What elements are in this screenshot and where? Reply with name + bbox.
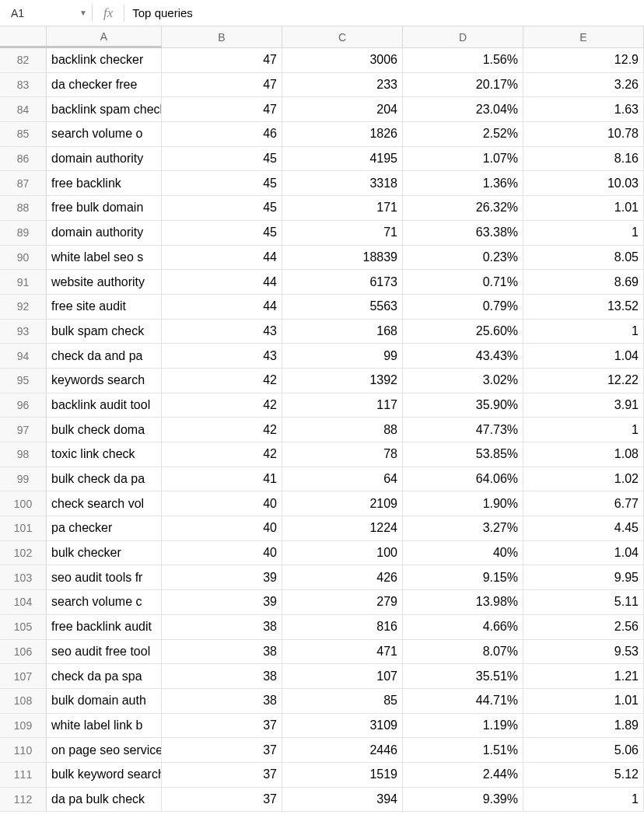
cell[interactable]: 6.77 bbox=[523, 491, 644, 516]
row-header[interactable]: 111 bbox=[0, 763, 47, 788]
cell[interactable]: 45 bbox=[162, 147, 282, 172]
cell[interactable]: check da and pa bbox=[47, 344, 162, 369]
cell[interactable]: 42 bbox=[162, 442, 282, 467]
cell[interactable]: 3.27% bbox=[403, 516, 523, 541]
row-header[interactable]: 103 bbox=[0, 565, 47, 590]
cell[interactable]: 26.32% bbox=[403, 196, 523, 221]
cell[interactable]: free backlink audit bbox=[47, 615, 162, 640]
formula-input[interactable]: Top queries bbox=[124, 6, 193, 19]
cell[interactable]: 1.08 bbox=[523, 442, 644, 467]
cell[interactable]: 1.04 bbox=[523, 344, 644, 369]
cell[interactable]: 3.26 bbox=[523, 73, 644, 98]
cell[interactable]: 9.39% bbox=[403, 788, 523, 813]
row-header[interactable]: 101 bbox=[0, 516, 47, 541]
cell[interactable]: 44 bbox=[162, 270, 282, 295]
cell[interactable]: on page seo service bbox=[47, 738, 162, 763]
cell[interactable]: 0.71% bbox=[403, 270, 523, 295]
column-header-B[interactable]: B bbox=[162, 26, 282, 48]
row-header[interactable]: 98 bbox=[0, 442, 47, 467]
cell[interactable]: bulk spam check bbox=[47, 320, 162, 344]
row-header[interactable]: 110 bbox=[0, 738, 47, 763]
cell[interactable]: 171 bbox=[282, 196, 403, 221]
cell[interactable]: bulk domain auth bbox=[47, 689, 162, 714]
cell[interactable]: 12.22 bbox=[523, 369, 644, 393]
cell[interactable]: bulk check doma bbox=[47, 418, 162, 442]
cell[interactable]: white label seo s bbox=[47, 246, 162, 271]
cell[interactable]: 1.51% bbox=[403, 738, 523, 763]
row-header[interactable]: 84 bbox=[0, 97, 47, 122]
cell[interactable]: 35.90% bbox=[403, 393, 523, 418]
cell[interactable]: 85 bbox=[282, 689, 403, 714]
row-header[interactable]: 90 bbox=[0, 246, 47, 271]
cell[interactable]: 43.43% bbox=[403, 344, 523, 369]
row-header[interactable]: 112 bbox=[0, 788, 47, 813]
row-header[interactable]: 83 bbox=[0, 73, 47, 98]
cell[interactable]: 37 bbox=[162, 763, 282, 788]
column-header-D[interactable]: D bbox=[403, 26, 523, 48]
cell[interactable]: 8.16 bbox=[523, 147, 644, 172]
cell[interactable]: 3.02% bbox=[403, 369, 523, 393]
row-header[interactable]: 89 bbox=[0, 221, 47, 246]
row-header[interactable]: 100 bbox=[0, 491, 47, 516]
cell[interactable]: 18839 bbox=[282, 246, 403, 271]
cell[interactable]: 78 bbox=[282, 442, 403, 467]
cell[interactable]: free bulk domain bbox=[47, 196, 162, 221]
cell[interactable]: 45 bbox=[162, 196, 282, 221]
cell[interactable]: 10.03 bbox=[523, 171, 644, 196]
cell[interactable]: 38 bbox=[162, 615, 282, 640]
cell[interactable]: 1224 bbox=[282, 516, 403, 541]
cell[interactable]: 10.78 bbox=[523, 122, 644, 147]
select-all-corner[interactable] bbox=[0, 26, 47, 48]
cell[interactable]: 1 bbox=[523, 320, 644, 344]
row-header[interactable]: 96 bbox=[0, 393, 47, 418]
cell[interactable]: 9.15% bbox=[403, 565, 523, 590]
cell[interactable]: 1392 bbox=[282, 369, 403, 393]
cell[interactable]: 1.19% bbox=[403, 714, 523, 739]
cell[interactable]: toxic link check bbox=[47, 442, 162, 467]
cell[interactable]: 471 bbox=[282, 640, 403, 665]
cell[interactable]: 39 bbox=[162, 590, 282, 615]
cell[interactable]: 1 bbox=[523, 418, 644, 442]
cell[interactable]: 71 bbox=[282, 221, 403, 246]
cell[interactable]: keywords search bbox=[47, 369, 162, 393]
row-header[interactable]: 106 bbox=[0, 640, 47, 665]
cell[interactable]: seo audit free tool bbox=[47, 640, 162, 665]
cell[interactable]: 1.90% bbox=[403, 491, 523, 516]
cell[interactable]: 107 bbox=[282, 664, 403, 689]
cell[interactable]: 1 bbox=[523, 221, 644, 246]
cell[interactable]: 6173 bbox=[282, 270, 403, 295]
cell[interactable]: 0.23% bbox=[403, 246, 523, 271]
row-header[interactable]: 82 bbox=[0, 48, 47, 73]
cell[interactable]: 35.51% bbox=[403, 664, 523, 689]
cell[interactable]: 3.91 bbox=[523, 393, 644, 418]
cell[interactable]: 3318 bbox=[282, 171, 403, 196]
cell[interactable]: free site audit bbox=[47, 295, 162, 320]
cell[interactable]: 1826 bbox=[282, 122, 403, 147]
cell[interactable]: 3109 bbox=[282, 714, 403, 739]
cell[interactable]: 816 bbox=[282, 615, 403, 640]
cell[interactable]: 23.04% bbox=[403, 97, 523, 122]
row-header[interactable]: 94 bbox=[0, 344, 47, 369]
cell[interactable]: bulk keyword search bbox=[47, 763, 162, 788]
cell[interactable]: white label link b bbox=[47, 714, 162, 739]
cell[interactable]: 42 bbox=[162, 418, 282, 442]
cell[interactable]: 38 bbox=[162, 640, 282, 665]
cell[interactable]: 47 bbox=[162, 73, 282, 98]
cell[interactable]: 43 bbox=[162, 320, 282, 344]
cell[interactable]: free backlink bbox=[47, 171, 162, 196]
cell[interactable]: 233 bbox=[282, 73, 403, 98]
cell[interactable]: 0.79% bbox=[403, 295, 523, 320]
cell[interactable]: 4195 bbox=[282, 147, 403, 172]
cell[interactable]: 5.06 bbox=[523, 738, 644, 763]
cell[interactable]: 1.21 bbox=[523, 664, 644, 689]
cell[interactable]: search volume c bbox=[47, 590, 162, 615]
row-header[interactable]: 92 bbox=[0, 295, 47, 320]
cell[interactable]: 45 bbox=[162, 171, 282, 196]
cell[interactable]: da pa bulk check bbox=[47, 788, 162, 813]
cell[interactable]: 5.12 bbox=[523, 763, 644, 788]
cell[interactable]: 2.52% bbox=[403, 122, 523, 147]
row-header[interactable]: 88 bbox=[0, 196, 47, 221]
cell[interactable]: backlink audit tool bbox=[47, 393, 162, 418]
cell[interactable]: pa checker bbox=[47, 516, 162, 541]
cell[interactable]: 1.02 bbox=[523, 467, 644, 492]
